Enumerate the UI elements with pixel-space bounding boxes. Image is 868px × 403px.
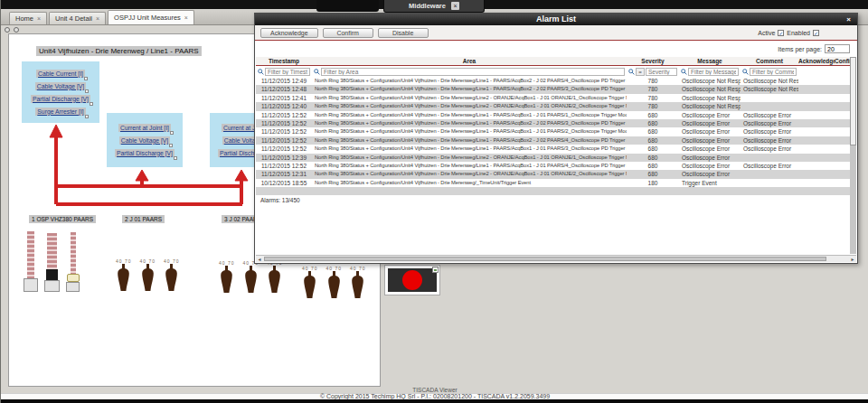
vertical-scrollbar[interactable] <box>850 57 856 254</box>
items-per-page-input[interactable] <box>825 44 850 53</box>
measure-link-label: Cable Voltage [V] <box>121 137 169 144</box>
enabled-checkbox[interactable]: ✓ <box>813 30 819 36</box>
column-header-area[interactable]: Area <box>312 57 627 65</box>
scrollbar-thumb[interactable] <box>850 57 856 145</box>
horizontal-scrollbar[interactable]: ◄ ► <box>256 255 856 262</box>
cell-comment: Oscilloscope Not Responding <box>741 85 798 93</box>
table-row[interactable]: 11/12/2015 12:41 North Ring 380/Status +… <box>256 94 852 102</box>
table-row[interactable]: 11/12/2015 12:48 North Ring 380/Status +… <box>256 85 852 93</box>
column-header-severity[interactable]: Severity <box>627 57 679 65</box>
column-header-message[interactable]: Message <box>679 57 741 65</box>
measure-link[interactable]: Surge Arrester [I] <box>35 108 85 116</box>
severity-operator-dropdown[interactable]: = <box>636 68 645 76</box>
column-header-timestamp[interactable]: Timestamp <box>256 57 312 65</box>
cell-comment <box>741 154 798 162</box>
comment-filter-input[interactable] <box>750 68 797 76</box>
cell-acknowledged <box>798 162 835 170</box>
cell-comment <box>741 170 798 178</box>
close-icon[interactable]: × <box>844 15 853 23</box>
window-title-bar[interactable]: Alarm List × <box>255 14 857 25</box>
cell-area: North Ring 380/Status + Configuration/Un… <box>312 94 627 102</box>
termination-equipment-group <box>24 231 80 292</box>
table-row[interactable]: 11/12/2015 12:52 North Ring 380/Status +… <box>256 111 852 119</box>
table-row[interactable]: 11/12/2015 12:52 North Ring 380/Status +… <box>256 162 852 170</box>
comment-filter <box>741 68 798 76</box>
cell-timestamp: 11/12/2015 12:52 <box>256 136 312 145</box>
measure-link[interactable]: Cable Voltage [V] <box>119 136 171 145</box>
cell-message: Oscilloscope Not Responding <box>679 102 741 110</box>
area-filter-input[interactable] <box>321 68 625 76</box>
cell-area: North Ring 380/Status + Configuration/Un… <box>312 102 627 110</box>
cell-timestamp: 11/12/2015 12:40 <box>256 102 312 110</box>
timestamp-filter-input[interactable] <box>265 68 310 76</box>
column-header-comment[interactable]: Comment <box>741 57 798 65</box>
cell-area: North Ring 380/Status + Configuration/Un… <box>312 85 627 93</box>
table-row[interactable]: 11/12/2015 12:52 North Ring 380/Status +… <box>256 127 852 136</box>
measure-link[interactable]: Cable Current [I] <box>36 70 85 78</box>
cell-comment: Oscilloscope Error <box>741 145 798 153</box>
measure-link-label: Surge Arrester [I] <box>37 108 83 115</box>
cell-timestamp: 11/12/2015 12:31 <box>256 170 312 178</box>
browser-tab-stub[interactable] <box>316 0 379 12</box>
table-row[interactable]: 11/12/2015 12:52 North Ring 380/Status +… <box>256 145 852 153</box>
measure-link[interactable]: Cable Voltage [V] <box>35 82 87 90</box>
joint-icon: 40 70 <box>140 258 156 291</box>
cell-severity: 780 <box>627 94 679 102</box>
diagram-title: Unit4 Vijfhuizen - Drie Merenweg / Line1… <box>36 46 202 56</box>
canvas-control-icon[interactable] <box>14 27 19 33</box>
disable-button[interactable]: Disable <box>378 28 429 38</box>
enabled-label: Enabled <box>787 30 810 36</box>
table-row[interactable]: 10/12/2015 18:55 North Ring 380/Status +… <box>256 179 852 187</box>
close-icon[interactable]: × <box>451 2 459 10</box>
cell-severity: 680 <box>627 154 679 162</box>
message-filter <box>679 68 741 76</box>
table-row[interactable]: 11/12/2015 12:39 North Ring 380/Status +… <box>256 154 852 162</box>
column-header-acknowledged[interactable]: Acknowledged <box>798 57 835 65</box>
close-icon[interactable]: × <box>37 15 41 22</box>
message-filter-input[interactable] <box>688 68 739 76</box>
cell-message: Oscilloscope Error <box>679 162 741 170</box>
cell-acknowledged <box>798 136 835 145</box>
table-row[interactable]: 11/12/2015 12:52 North Ring 380/Status +… <box>256 136 852 145</box>
items-per-page: Items per page: <box>778 44 850 53</box>
table-row[interactable]: 11/12/2015 12:52 North Ring 380/Status +… <box>256 119 852 127</box>
link-handle-icon <box>84 77 88 80</box>
acknowledge-button[interactable]: Acknowledge <box>260 28 318 38</box>
table-row[interactable]: 11/12/2015 12:40 North Ring 380/Status +… <box>256 102 852 110</box>
scroll-right-icon[interactable]: ► <box>849 256 856 263</box>
close-icon[interactable]: × <box>96 15 99 22</box>
cell-timestamp: 11/12/2015 12:52 <box>256 145 312 153</box>
measure-link[interactable]: Partial Discharge [V] <box>115 149 175 157</box>
search-icon <box>258 69 264 75</box>
cell-acknowledged <box>798 145 835 153</box>
tab-unit4-detail[interactable]: Unit 4 Detail × <box>49 12 106 24</box>
active-checkbox[interactable]: ✓ <box>778 30 784 36</box>
canvas-control-icon[interactable] <box>5 27 10 33</box>
confirm-button[interactable]: Confirm <box>323 28 373 38</box>
browser-tab-label: Middleware <box>409 2 446 10</box>
table-row-empty <box>256 187 852 195</box>
tab-home[interactable]: Home × <box>9 12 47 24</box>
measure-link-label: Partial Discharge [V] <box>33 96 89 102</box>
measure-link[interactable]: Current at Joint [I] <box>118 124 171 132</box>
cell-comment: Oscilloscope Error <box>741 127 798 136</box>
cell-message: Oscilloscope Not Responding <box>679 94 741 102</box>
link-handle-icon <box>85 115 89 118</box>
cell-acknowledged <box>798 179 835 187</box>
browser-tab-middleware[interactable]: Middleware × <box>383 0 485 13</box>
cell-timestamp: 11/12/2015 12:52 <box>256 119 312 127</box>
close-icon[interactable]: × <box>184 14 188 21</box>
table-row[interactable]: 11/12/2015 12:31 North Ring 380/Status +… <box>256 170 852 178</box>
scroll-left-icon[interactable]: ◄ <box>256 256 263 263</box>
cell-message: Oscilloscope Error <box>679 127 741 136</box>
measure-link[interactable]: Partial Discharge [V] <box>31 95 90 103</box>
cell-acknowledged <box>798 111 835 119</box>
severity-filter: = <box>627 68 679 76</box>
scrollbar-thumb[interactable] <box>264 257 826 261</box>
severity-filter-input[interactable] <box>646 68 677 76</box>
cell-comment <box>741 102 798 110</box>
alarm-count: Alarms: 13/450 <box>260 197 300 203</box>
table-row[interactable]: 11/12/2015 12:49 North Ring 380/Status +… <box>256 77 852 85</box>
tab-ospjj-unit-measures[interactable]: OSPJJ Unit Measures × <box>108 10 194 24</box>
cell-message: Oscilloscope Error <box>679 119 741 127</box>
